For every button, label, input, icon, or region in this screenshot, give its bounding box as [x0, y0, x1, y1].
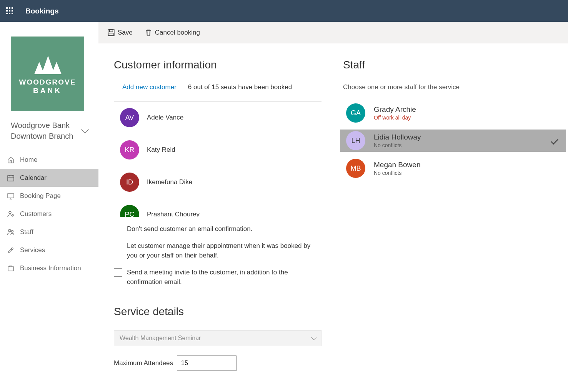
svg-rect-8: [110, 30, 113, 32]
nav-home[interactable]: Home: [0, 151, 98, 169]
svg-rect-9: [109, 33, 113, 36]
seats-booked-text: 6 out of 15 seats have been booked: [188, 83, 292, 91]
nav-staff[interactable]: Staff: [0, 223, 98, 241]
svg-rect-6: [8, 267, 13, 271]
customer-name: Prashant Chourey: [147, 211, 200, 217]
nav-services[interactable]: Services: [0, 241, 98, 259]
staff-heading: Staff: [343, 59, 556, 71]
customer-row[interactable]: IDIkemefuna Dike: [114, 166, 321, 198]
nav-label: Booking Page: [20, 192, 61, 200]
avatar: PC: [120, 205, 139, 217]
logo-text-1: WOODGROVE: [19, 78, 76, 86]
save-icon: [108, 29, 115, 36]
staff-status: No conflicts: [374, 170, 420, 176]
service-select[interactable]: Wealth Management Seminar: [114, 330, 321, 346]
avatar: MB: [346, 159, 365, 178]
staff-name: Lidia Holloway: [374, 133, 421, 142]
svg-rect-1: [8, 194, 14, 198]
send-invite-label: Send a meeting invite to the customer, i…: [127, 267, 321, 287]
nav-label: Business Information: [20, 264, 81, 272]
max-attendees-label: Maximum Attendees: [114, 359, 173, 367]
staff-name: Grady Archie: [374, 105, 416, 114]
max-attendees-input[interactable]: [177, 355, 237, 371]
staff-list: GAGrady ArchieOff work all dayLHLidia Ho…: [343, 102, 556, 179]
nav-calendar[interactable]: Calendar: [0, 169, 98, 187]
business-name: Woodgrove Bank Downtown Branch: [11, 120, 73, 141]
svg-point-2: [9, 211, 11, 214]
no-confirmation-checkbox[interactable]: [114, 225, 122, 233]
home-icon: [7, 156, 15, 164]
nav-business-information[interactable]: Business Information: [0, 259, 98, 277]
avatar: ID: [120, 173, 139, 192]
nav-customers[interactable]: Customers: [0, 205, 98, 223]
customer-name: Adele Vance: [147, 114, 183, 121]
top-header: Bookings: [0, 0, 568, 22]
customer-row[interactable]: AVAdele Vance: [114, 101, 321, 134]
nav-label: Calendar: [20, 174, 47, 182]
service-selected-value: Wealth Management Seminar: [120, 335, 201, 342]
staff-status: Off work all day: [374, 115, 416, 121]
trash-icon: [145, 29, 152, 36]
customer-list[interactable]: AVAdele VanceKRKaty ReidIDIkemefuna Dike…: [114, 101, 321, 217]
staff-name: Megan Bowen: [374, 161, 420, 169]
staff-icon: [7, 228, 15, 236]
no-confirmation-label: Don't send customer an email confirmatio…: [127, 224, 252, 234]
services-icon: [7, 246, 15, 254]
send-invite-checkbox[interactable]: [114, 268, 122, 277]
customer-name: Katy Reid: [147, 146, 175, 154]
save-button[interactable]: Save: [108, 29, 133, 37]
app-launcher-icon[interactable]: [6, 7, 14, 15]
booking-page-icon: [7, 192, 15, 200]
let-manage-checkbox[interactable]: [114, 242, 122, 250]
avatar: AV: [120, 108, 139, 127]
staff-row[interactable]: MBMegan BowenNo conflicts: [343, 157, 556, 179]
avatar: LH: [346, 131, 365, 150]
nav-booking-page[interactable]: Booking Page: [0, 187, 98, 205]
staff-hint: Choose one or more staff for the service: [343, 83, 556, 91]
trees-icon: [32, 53, 63, 74]
staff-status: No conflicts: [374, 142, 421, 148]
customer-row[interactable]: PCPrashant Chourey: [114, 198, 321, 217]
customer-row[interactable]: KRKaty Reid: [114, 134, 321, 166]
nav-label: Services: [20, 246, 45, 254]
svg-point-4: [8, 229, 11, 232]
customer-name: Ikemefuna Dike: [147, 178, 192, 186]
staff-row[interactable]: LHLidia HollowayNo conflicts: [340, 130, 566, 152]
cancel-booking-button[interactable]: Cancel booking: [145, 29, 200, 37]
logo-text-2: BANK: [33, 86, 62, 95]
business-information-icon: [7, 264, 15, 272]
add-new-customer-link[interactable]: Add new customer: [122, 83, 177, 91]
main-panel: Save Cancel booking Customer information…: [98, 22, 568, 392]
staff-row[interactable]: GAGrady ArchieOff work all day: [343, 102, 556, 124]
chevron-down-icon: [81, 126, 89, 133]
nav-label: Staff: [20, 228, 33, 236]
svg-point-5: [12, 230, 13, 232]
sidebar: WOODGROVE BANK Woodgrove Bank Downtown B…: [0, 22, 98, 392]
customers-icon: [7, 210, 15, 218]
toolbar: Save Cancel booking: [98, 22, 568, 43]
chevron-down-icon: [311, 334, 316, 340]
let-manage-label: Let customer manage their appointment wh…: [127, 241, 321, 261]
app-title: Bookings: [25, 7, 59, 15]
nav-label: Home: [20, 156, 37, 164]
service-details-heading: Service details: [114, 306, 321, 318]
avatar: KR: [120, 140, 139, 159]
nav-label: Customers: [20, 210, 52, 218]
svg-rect-0: [8, 176, 14, 181]
calendar-icon: [7, 174, 15, 182]
business-logo: WOODGROVE BANK: [11, 37, 84, 111]
customer-info-heading: Customer information: [114, 59, 321, 71]
business-selector[interactable]: Woodgrove Bank Downtown Branch: [0, 120, 98, 151]
avatar: GA: [346, 103, 365, 123]
svg-point-3: [12, 214, 13, 216]
check-icon: [551, 137, 558, 145]
